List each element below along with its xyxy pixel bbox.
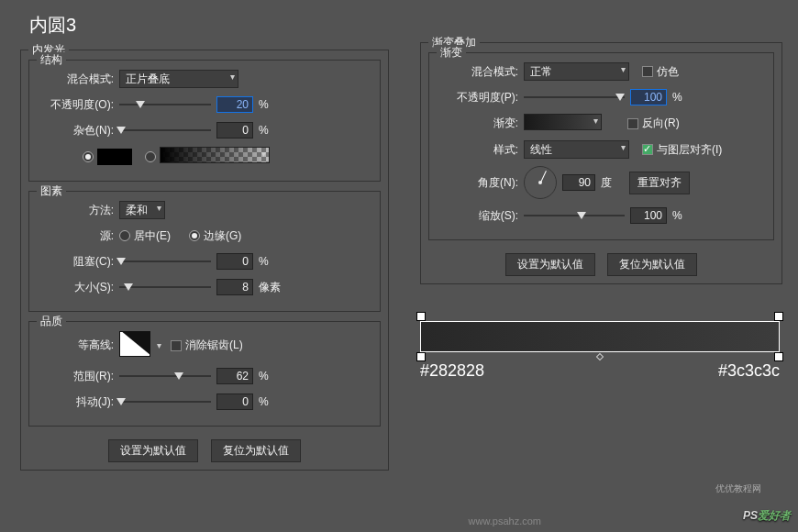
go-scale-unit: % xyxy=(667,209,682,222)
jitter-label: 抖动(J): xyxy=(37,394,119,410)
page-title: 内圆3 xyxy=(0,0,798,47)
go-style-label: 样式: xyxy=(437,142,524,158)
elements-group: 图素 方法: 柔和 源: 居中(E) 边缘(G) 阻塞(C): % 大小(S): xyxy=(28,191,381,312)
align-label: 与图层对齐(I) xyxy=(657,142,722,158)
dither-checkbox[interactable] xyxy=(642,66,653,77)
align-checkbox[interactable] xyxy=(642,144,653,155)
reset-default-button[interactable]: 复位为默认值 xyxy=(211,439,301,462)
reset-align-button[interactable]: 重置对齐 xyxy=(629,172,690,194)
reverse-checkbox[interactable] xyxy=(627,118,638,129)
blend-mode-label: 混合模式: xyxy=(37,72,119,87)
opacity-label: 不透明度(O): xyxy=(37,97,119,113)
structure-legend: 结构 xyxy=(37,52,66,68)
noise-slider[interactable] xyxy=(119,124,211,137)
technique-select[interactable]: 柔和 xyxy=(119,201,165,219)
range-slider[interactable] xyxy=(119,370,211,382)
gradient-bar[interactable] xyxy=(420,321,780,352)
size-slider[interactable] xyxy=(119,281,211,294)
choke-input[interactable] xyxy=(216,253,253,270)
go-reset-default-button[interactable]: 复位为默认值 xyxy=(607,253,697,276)
inner-glow-group: 内发光 结构 混合模式: 正片叠底 不透明度(O): % 杂色(N): % xyxy=(20,50,389,471)
contour-label: 等高线: xyxy=(37,338,119,353)
dither-label: 仿色 xyxy=(657,64,679,80)
structure-group: 结构 混合模式: 正片叠底 不透明度(O): % 杂色(N): % xyxy=(28,60,381,182)
source-edge-radio[interactable] xyxy=(189,230,200,241)
gradient-stop-icon[interactable] xyxy=(416,312,426,321)
jitter-slider[interactable] xyxy=(119,395,211,408)
go-scale-slider[interactable] xyxy=(524,209,625,222)
size-input[interactable] xyxy=(216,279,253,295)
size-unit: 像素 xyxy=(253,280,281,295)
gradient-preview[interactable] xyxy=(524,114,602,130)
go-blend-label: 混合模式: xyxy=(437,64,524,80)
elements-legend: 图素 xyxy=(37,183,66,199)
antialias-label: 消除锯齿(L) xyxy=(185,338,243,353)
angle-input[interactable] xyxy=(562,174,595,191)
quality-legend: 品质 xyxy=(37,314,66,329)
opacity-unit: % xyxy=(253,98,269,111)
color-radio[interactable] xyxy=(83,151,94,162)
quality-group: 品质 等高线: 消除锯齿(L) 范围(R): % 抖动(J): % xyxy=(28,321,381,427)
source-edge-label: 边缘(G) xyxy=(204,228,241,244)
source-label: 源: xyxy=(37,228,119,244)
grad-overlay-group: 渐变叠加 渐变 混合模式: 正常 仿色 不透明度(P): % 渐变: xyxy=(420,42,782,284)
watermark-brand: PS爱好者 xyxy=(743,501,791,525)
hex-left: #282828 xyxy=(420,361,484,381)
choke-label: 阻塞(C): xyxy=(37,254,119,270)
gradient-swatch[interactable] xyxy=(160,147,270,163)
choke-unit: % xyxy=(253,255,269,268)
source-center-radio[interactable] xyxy=(119,230,130,241)
go-scale-label: 缩放(S): xyxy=(437,208,524,224)
opacity-input[interactable] xyxy=(216,96,253,113)
contour-picker[interactable] xyxy=(119,331,150,357)
gradient-stop-icon[interactable] xyxy=(774,352,783,361)
jitter-unit: % xyxy=(253,395,269,408)
gradient-stop-icon[interactable] xyxy=(416,352,426,361)
watermark-url: www.psahz.com xyxy=(469,515,541,526)
technique-label: 方法: xyxy=(37,203,119,218)
go-opacity-input[interactable] xyxy=(630,89,667,105)
go-angle-label: 角度(N): xyxy=(437,175,524,191)
noise-input[interactable] xyxy=(216,122,253,139)
range-label: 范围(R): xyxy=(37,369,119,384)
reverse-label: 反向(R) xyxy=(642,116,680,131)
hex-right: #3c3c3c xyxy=(718,361,780,381)
range-input[interactable] xyxy=(216,368,253,384)
antialias-checkbox[interactable] xyxy=(171,340,182,351)
gradient-subgroup: 渐变 混合模式: 正常 仿色 不透明度(P): % 渐变: 反向(R) xyxy=(428,52,774,240)
gradient-stop-icon[interactable] xyxy=(774,312,783,321)
angle-unit: 度 xyxy=(595,175,612,191)
gradient-editor-preview: #282828 #3c3c3c xyxy=(420,312,780,381)
color-swatch[interactable] xyxy=(97,149,132,165)
go-gradient-label: 渐变: xyxy=(437,116,524,131)
go-opacity-slider[interactable] xyxy=(524,91,625,104)
blend-mode-select[interactable]: 正片叠底 xyxy=(119,70,238,88)
jitter-input[interactable] xyxy=(216,393,253,410)
range-unit: % xyxy=(253,370,269,382)
go-blend-select[interactable]: 正常 xyxy=(524,62,629,81)
size-label: 大小(S): xyxy=(37,280,119,295)
go-opacity-unit: % xyxy=(667,91,682,104)
source-center-label: 居中(E) xyxy=(134,228,171,244)
noise-label: 杂色(N): xyxy=(37,123,119,139)
go-set-default-button[interactable]: 设置为默认值 xyxy=(505,253,595,276)
watermark-small: 优优教程网 xyxy=(715,482,761,495)
go-scale-input[interactable] xyxy=(630,207,667,224)
go-style-select[interactable]: 线性 xyxy=(524,140,629,159)
choke-slider[interactable] xyxy=(119,255,211,268)
opacity-slider[interactable] xyxy=(119,98,211,111)
gradient-legend: 渐变 xyxy=(437,45,466,61)
set-default-button[interactable]: 设置为默认值 xyxy=(108,439,198,462)
angle-dial[interactable] xyxy=(524,166,557,199)
noise-unit: % xyxy=(253,124,269,137)
go-opacity-label: 不透明度(P): xyxy=(437,90,524,105)
gradient-radio[interactable] xyxy=(145,151,156,162)
